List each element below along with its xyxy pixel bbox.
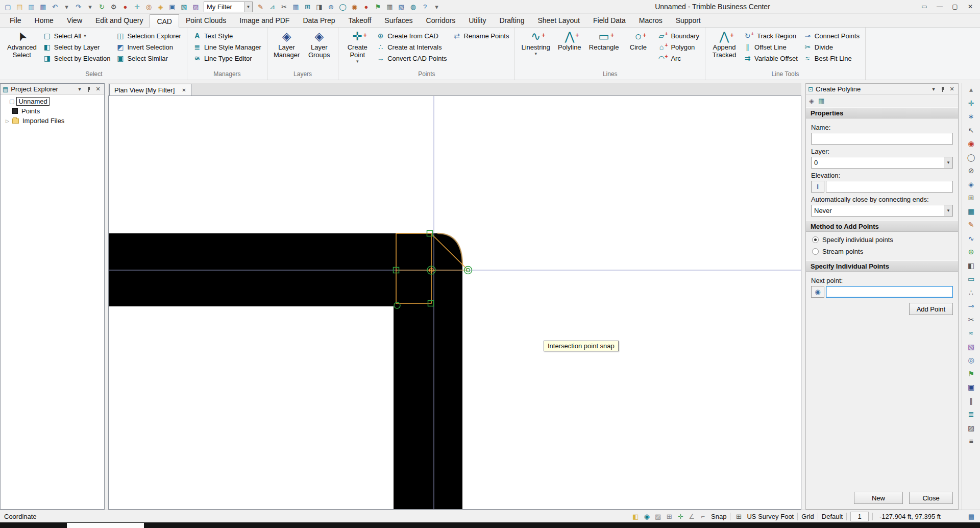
- autoclose-select[interactable]: Never ▼: [811, 205, 953, 217]
- unit-label[interactable]: US Survey Foot: [747, 513, 794, 520]
- side-tool-icon[interactable]: ◉: [965, 138, 977, 149]
- circle-button[interactable]: ○+ Circle: [623, 29, 653, 51]
- page-number-box[interactable]: 1: [850, 512, 869, 521]
- tab-image-and-pdf[interactable]: Image and PDF: [233, 14, 296, 27]
- radio-icon[interactable]: [812, 248, 819, 255]
- tab-point-clouds[interactable]: Point Clouds: [179, 14, 233, 27]
- elevation-pick-button[interactable]: I: [811, 181, 824, 193]
- chevron-down-icon[interactable]: ▼: [944, 205, 952, 216]
- side-tool-icon[interactable]: ▦: [965, 206, 977, 217]
- side-tool-icon[interactable]: ⚑: [965, 368, 977, 379]
- toolbar-icon[interactable]: ◯: [337, 2, 349, 12]
- side-tool-icon[interactable]: ◯: [965, 152, 977, 163]
- side-tool-icon[interactable]: ∿: [965, 233, 977, 244]
- append-tracked-button[interactable]: ⋀+ Append Tracked: [709, 29, 740, 59]
- toolbar-icon[interactable]: ▣: [166, 2, 178, 12]
- toolbar-icon[interactable]: ◎: [143, 2, 155, 12]
- select-similar-button[interactable]: ▣ Select Similar: [114, 53, 183, 64]
- tab-view[interactable]: View: [60, 14, 89, 27]
- side-tool-icon[interactable]: ✎: [965, 219, 977, 230]
- plan-view-tab[interactable]: Plan View [My Filter] ✕: [109, 84, 191, 95]
- rename-points-button[interactable]: ⇄ Rename Points: [451, 30, 511, 41]
- close-icon[interactable]: ✕: [948, 86, 956, 92]
- side-tool-icon[interactable]: ▧: [965, 341, 977, 352]
- tab-field-data[interactable]: Field Data: [586, 14, 632, 27]
- status-tool-icon[interactable]: ⊞: [665, 513, 674, 520]
- toolbar-icon[interactable]: ▾: [431, 2, 443, 12]
- close-icon[interactable]: ✕: [94, 86, 102, 92]
- toolbar-icon[interactable]: ↶: [49, 2, 61, 12]
- boundary-button[interactable]: ▱ + Boundary: [655, 30, 701, 41]
- select-by-elevation-button[interactable]: ◨ Select by Elevation: [41, 53, 113, 64]
- minimize-button[interactable]: —: [932, 2, 947, 12]
- side-tool-icon[interactable]: ◈: [965, 179, 977, 190]
- tab-sheet-layout[interactable]: Sheet Layout: [531, 14, 586, 27]
- side-tool-icon[interactable]: ◧: [965, 260, 977, 271]
- close-icon[interactable]: ✕: [182, 87, 186, 93]
- status-tool-icon[interactable]: ◉: [642, 513, 651, 520]
- side-tool-icon[interactable]: ▨: [965, 422, 977, 434]
- connect-points-button[interactable]: ⊸ Connect Points: [801, 30, 862, 41]
- ribbon-toggle-icon[interactable]: ▭: [917, 2, 932, 12]
- side-tool-icon[interactable]: ✂: [965, 314, 977, 325]
- side-tool-icon[interactable]: ◎: [965, 354, 977, 366]
- toolbar-icon[interactable]: ▢: [2, 2, 14, 12]
- side-tool-icon[interactable]: ⊸: [965, 300, 977, 311]
- side-tool-icon[interactable]: ≣: [965, 409, 977, 420]
- arc-button[interactable]: ◠ + Arc: [655, 53, 701, 64]
- plan-view-canvas[interactable]: Intersection point snap: [108, 95, 801, 510]
- variable-offset-button[interactable]: ⇉ Variable Offset: [741, 53, 800, 64]
- elevation-field[interactable]: [826, 181, 953, 193]
- side-tool-icon[interactable]: ∥: [965, 395, 977, 406]
- text-style-button[interactable]: A Text Style: [191, 30, 263, 41]
- toolbar-icon[interactable]: ▤: [14, 2, 26, 12]
- toolbar-icon[interactable]: ▧: [396, 2, 407, 12]
- line-style-manager-button[interactable]: ≣ Line Style Manager: [191, 41, 263, 53]
- side-tool-icon[interactable]: ✛: [965, 98, 977, 109]
- toolbar-icon[interactable]: ↻: [96, 2, 108, 12]
- toolbar-icon[interactable]: ▾: [84, 2, 96, 12]
- splitter[interactable]: [105, 83, 108, 510]
- tab-home[interactable]: Home: [28, 14, 60, 27]
- create-at-intervals-button[interactable]: ∴ Create at Intervals: [374, 41, 449, 53]
- chevron-down-icon[interactable]: ▼: [244, 2, 252, 12]
- toolbar-icon[interactable]: ↷: [72, 2, 84, 12]
- filter-combo[interactable]: My Filter ▼: [204, 2, 253, 12]
- toolbar-icon[interactable]: ⚑: [372, 2, 384, 12]
- linestring-button[interactable]: ∿+ Linestring ▾: [519, 29, 552, 56]
- toolbar-icon[interactable]: ▾: [61, 2, 72, 12]
- layer-groups-button[interactable]: ◈ Layer Groups: [304, 29, 334, 59]
- select-by-layer-button[interactable]: ◧ Select by Layer: [41, 41, 113, 53]
- tree-item-points[interactable]: Points: [2, 106, 103, 116]
- tab-macros[interactable]: Macros: [632, 14, 669, 27]
- toolbar-icon[interactable]: ◉: [349, 2, 360, 12]
- advanced-select-button[interactable]: ➤ Advanced Select: [5, 29, 39, 59]
- tab-drafting[interactable]: Drafting: [493, 14, 531, 27]
- offset-line-button[interactable]: ∥ Offset Line: [741, 41, 800, 53]
- toolbar-icon[interactable]: ●: [119, 2, 131, 12]
- maximize-button[interactable]: ▢: [947, 2, 963, 12]
- toolbar-icon[interactable]: ▧: [178, 2, 190, 12]
- grid-label[interactable]: Grid: [801, 513, 814, 520]
- tab-corridors[interactable]: Corridors: [420, 14, 462, 27]
- toolbar-icon[interactable]: ▨: [190, 2, 202, 12]
- side-tool-icon[interactable]: ∴: [965, 287, 977, 298]
- tab-utility[interactable]: Utility: [462, 14, 493, 27]
- toolbar-icon[interactable]: ●: [360, 2, 372, 12]
- add-point-button[interactable]: Add Point: [909, 303, 953, 315]
- line-type-editor-button[interactable]: ≋ Line Type Editor: [191, 53, 263, 64]
- toolbar-icon[interactable]: ◍: [407, 2, 419, 12]
- polyline-button[interactable]: ⋀+ Polyline: [554, 29, 585, 51]
- tab-support[interactable]: Support: [669, 14, 707, 27]
- radio-specify-individual-points[interactable]: Specify individual points: [806, 234, 958, 246]
- side-tool-icon[interactable]: ▭: [965, 273, 977, 284]
- select-all-button[interactable]: ▢ Select All ▾: [41, 30, 113, 41]
- chevron-down-icon[interactable]: ▼: [944, 157, 952, 168]
- toolbar-icon[interactable]: ⊞: [302, 2, 313, 12]
- toolbar-icon[interactable]: ✛: [131, 2, 143, 12]
- expander-icon[interactable]: ▷: [5, 118, 10, 124]
- snap-label[interactable]: Snap: [711, 513, 726, 520]
- side-tool-icon[interactable]: ⊞: [965, 192, 977, 203]
- side-tool-icon[interactable]: ⊘: [965, 165, 977, 176]
- toolbar-icon[interactable]: ▦: [37, 2, 49, 12]
